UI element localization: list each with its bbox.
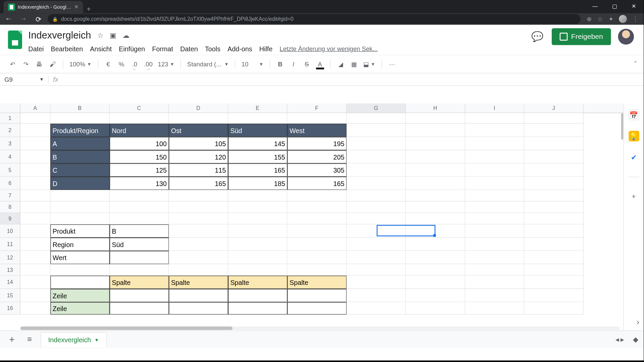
increase-decimal-button[interactable]: .00→	[142, 58, 154, 70]
browser-back-button[interactable]: ←	[3, 15, 14, 23]
cell[interactable]: 150	[110, 150, 169, 164]
cell[interactable]: D	[50, 177, 110, 190]
cell[interactable]: Zeile	[50, 302, 110, 315]
account-avatar[interactable]	[618, 29, 634, 45]
last-edit-link[interactable]: Letzte Änderung vor wenigen Sek...	[280, 45, 378, 52]
col-header[interactable]: A	[20, 103, 51, 113]
cell[interactable]: Spalte	[110, 276, 169, 289]
name-box-dropdown-icon[interactable]: ▼	[39, 77, 44, 81]
cell[interactable]: 100	[110, 137, 169, 150]
font-select[interactable]: Standard (...▼	[185, 61, 230, 68]
more-toolbar-button[interactable]: ⋯	[386, 58, 398, 70]
borders-button[interactable]: ▦	[348, 58, 360, 70]
add-addon-icon[interactable]: +	[629, 191, 639, 202]
row-header[interactable]: 12	[0, 251, 20, 264]
cell[interactable]	[50, 276, 110, 289]
currency-button[interactable]: €	[102, 58, 114, 70]
strikethrough-button[interactable]: S	[301, 58, 312, 70]
redo-button[interactable]: ↷	[20, 58, 32, 70]
menu-tools[interactable]: Tools	[205, 45, 220, 52]
comments-button[interactable]: 💬	[530, 29, 545, 44]
cell[interactable]: 195	[287, 137, 347, 150]
cell[interactable]: 130	[110, 177, 169, 190]
col-header[interactable]: D	[169, 103, 228, 113]
window-minimize-button[interactable]: —	[585, 0, 605, 12]
all-sheets-button[interactable]: ≡	[23, 335, 37, 344]
cell[interactable]	[228, 302, 287, 315]
row-header[interactable]: 6	[0, 177, 20, 190]
cell[interactable]: Produkt/Region	[50, 124, 110, 137]
cloud-status-icon[interactable]: ☁	[122, 31, 129, 40]
row-header[interactable]: 16	[0, 302, 20, 315]
decrease-decimal-button[interactable]: .0←	[129, 58, 140, 70]
row-header[interactable]: 4	[0, 150, 20, 164]
cell[interactable]	[110, 302, 169, 315]
print-button[interactable]: 🖶	[34, 58, 45, 70]
browser-reload-button[interactable]: ⟳	[33, 15, 44, 23]
paint-format-button[interactable]: 🖌	[47, 58, 58, 70]
menu-format[interactable]: Format	[152, 45, 173, 52]
cell[interactable]: Spalte	[228, 276, 287, 289]
cell[interactable]	[110, 289, 169, 302]
row-header[interactable]: 9	[0, 213, 20, 224]
cell[interactable]	[228, 289, 287, 302]
text-color-button[interactable]: A	[314, 58, 326, 70]
menu-daten[interactable]: Daten	[180, 45, 198, 52]
select-all-corner[interactable]	[0, 103, 20, 113]
side-panel-expand-icon[interactable]: ›	[637, 318, 639, 327]
menu-datei[interactable]: Datei	[28, 45, 44, 52]
bold-button[interactable]: B	[274, 58, 286, 70]
cell[interactable]	[169, 289, 228, 302]
row-header[interactable]: 1	[0, 113, 20, 124]
col-header[interactable]: E	[228, 103, 287, 113]
row-header[interactable]: 13	[0, 264, 20, 276]
row-header[interactable]: 7	[0, 190, 20, 201]
sheet-tab[interactable]: Indexvergleich ▼	[41, 332, 106, 347]
row-header[interactable]: 11	[0, 238, 20, 251]
cell[interactable]	[110, 251, 169, 264]
cell[interactable]: Süd	[228, 124, 287, 137]
tasks-icon[interactable]: ✔	[629, 152, 639, 163]
cell[interactable]: 105	[169, 137, 228, 150]
cell[interactable]: A	[50, 137, 110, 150]
doc-title[interactable]: Indexvergleich	[28, 29, 91, 41]
col-header[interactable]: I	[465, 103, 525, 113]
font-size-select[interactable]: 10▼	[240, 61, 265, 68]
cell[interactable]: Spalte	[169, 276, 228, 289]
cell[interactable]: 165	[287, 177, 347, 190]
row-header[interactable]: 8	[0, 201, 20, 213]
menu-ansicht[interactable]: Ansicht	[90, 45, 112, 52]
fill-color-button[interactable]: ◢	[335, 58, 346, 70]
name-box[interactable]: G9 ▼	[0, 76, 49, 83]
calendar-icon[interactable]: 📅	[629, 110, 639, 120]
cell[interactable]: C	[50, 164, 110, 177]
add-sheet-button[interactable]: +	[5, 334, 19, 345]
undo-button[interactable]: ↶	[7, 58, 18, 70]
browser-forward-button[interactable]: →	[18, 15, 29, 23]
cell[interactable]: 155	[228, 150, 287, 164]
col-header[interactable]: H	[406, 103, 465, 113]
menu-einfuegen[interactable]: Einfügen	[119, 45, 145, 52]
cell[interactable]	[169, 302, 228, 315]
row-header[interactable]: 10	[0, 225, 20, 238]
row-header[interactable]: 14	[0, 276, 20, 289]
cell[interactable]: 185	[228, 177, 287, 190]
cell[interactable]: 120	[169, 150, 228, 164]
row-header[interactable]: 3	[0, 137, 20, 150]
cell[interactable]: Nord	[110, 124, 169, 137]
cell[interactable]: B	[50, 150, 110, 164]
zoom-select[interactable]: 100%▼	[68, 61, 93, 68]
cell[interactable]: Wert	[50, 251, 110, 264]
sheets-logo[interactable]	[6, 28, 24, 51]
cell[interactable]	[287, 302, 347, 315]
cell[interactable]: Region	[50, 238, 110, 251]
merge-cells-button[interactable]: ⬓▼	[362, 61, 377, 68]
selected-cell[interactable]	[346, 213, 406, 224]
keep-icon[interactable]: 💡	[629, 131, 639, 141]
sheet-nav-right-icon[interactable]: ▸	[621, 335, 624, 344]
explore-button[interactable]: ◆	[633, 335, 638, 344]
address-bar[interactable]: 🔒 docs.google.com/spreadsheets/d/1b2ivdA…	[48, 14, 580, 24]
cell[interactable]: Spalte	[287, 276, 347, 289]
cell[interactable]: Süd	[110, 238, 169, 251]
number-format-select[interactable]: 123▼	[156, 61, 176, 68]
